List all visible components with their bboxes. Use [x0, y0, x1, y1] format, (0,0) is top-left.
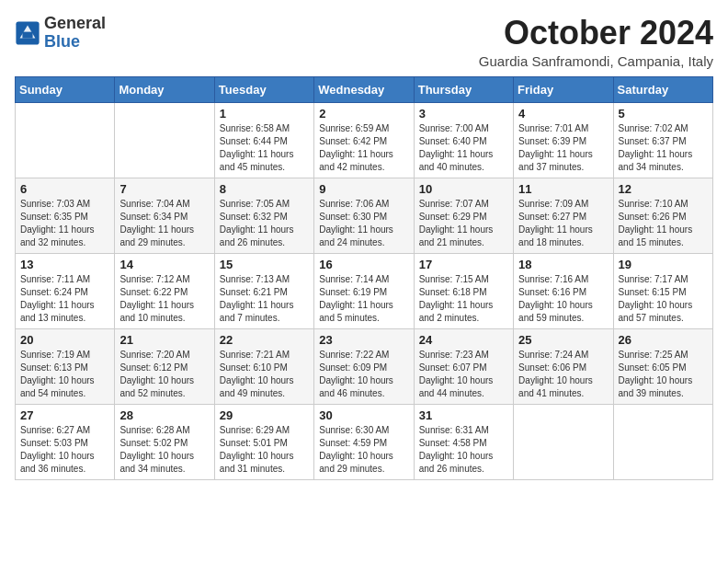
weekday-header: Wednesday	[314, 76, 414, 102]
day-number: 22	[220, 333, 309, 347]
calendar-cell: 11 Sunrise: 7:09 AM Sunset: 6:27 PM Dayl…	[514, 178, 613, 253]
sunrise-text: Sunrise: 7:04 AM	[119, 199, 189, 209]
sunset-text: Sunset: 6:21 PM	[220, 287, 288, 297]
day-number: 27	[20, 408, 109, 422]
day-info: Sunrise: 7:14 AM Sunset: 6:19 PM Dayligh…	[319, 273, 408, 325]
day-info: Sunrise: 7:19 AM Sunset: 6:13 PM Dayligh…	[20, 349, 109, 400]
calendar-cell: 1 Sunrise: 6:58 AM Sunset: 6:44 PM Dayli…	[214, 102, 313, 178]
sunset-text: Sunset: 6:22 PM	[119, 287, 188, 297]
sunrise-text: Sunrise: 7:09 AM	[518, 199, 588, 209]
calendar-cell: 23 Sunrise: 7:22 AM Sunset: 6:09 PM Dayl…	[314, 328, 414, 404]
sunrise-text: Sunrise: 7:00 AM	[419, 123, 489, 133]
day-info: Sunrise: 6:31 AM Sunset: 4:58 PM Dayligh…	[419, 424, 508, 476]
daylight-text: Daylight: 10 hours and 59 minutes.	[518, 300, 593, 323]
calendar-cell: 10 Sunrise: 7:07 AM Sunset: 6:29 PM Dayl…	[414, 178, 513, 253]
day-number: 30	[319, 408, 408, 422]
logo-icon	[15, 20, 40, 46]
calendar-week-row: 27 Sunrise: 6:27 AM Sunset: 5:03 PM Dayl…	[16, 404, 713, 479]
weekday-header: Friday	[514, 76, 613, 102]
calendar-week-row: 20 Sunrise: 7:19 AM Sunset: 6:13 PM Dayl…	[16, 328, 713, 404]
sunset-text: Sunset: 6:37 PM	[619, 136, 687, 146]
day-info: Sunrise: 7:11 AM Sunset: 6:24 PM Dayligh…	[20, 273, 109, 325]
sunrise-text: Sunrise: 7:02 AM	[619, 123, 688, 133]
logo-general-text: General	[44, 14, 106, 32]
sunrise-text: Sunrise: 7:20 AM	[119, 350, 189, 360]
day-info: Sunrise: 6:58 AM Sunset: 6:44 PM Dayligh…	[220, 122, 309, 174]
daylight-text: Daylight: 10 hours and 57 minutes.	[619, 300, 693, 323]
day-info: Sunrise: 7:02 AM Sunset: 6:37 PM Dayligh…	[619, 122, 708, 174]
calendar-week-row: 1 Sunrise: 6:58 AM Sunset: 6:44 PM Dayli…	[16, 102, 713, 178]
daylight-text: Daylight: 11 hours and 37 minutes.	[518, 149, 593, 172]
sunset-text: Sunset: 6:39 PM	[518, 136, 586, 146]
location-subtitle: Guardia Sanframondi, Campania, Italy	[479, 53, 713, 69]
weekday-header: Thursday	[414, 76, 513, 102]
sunset-text: Sunset: 4:58 PM	[419, 438, 487, 448]
sunset-text: Sunset: 6:29 PM	[419, 212, 487, 222]
weekday-header-row: SundayMondayTuesdayWednesdayThursdayFrid…	[16, 76, 713, 102]
sunset-text: Sunset: 6:13 PM	[20, 362, 88, 373]
daylight-text: Daylight: 11 hours and 42 minutes.	[319, 149, 393, 172]
day-info: Sunrise: 7:10 AM Sunset: 6:26 PM Dayligh…	[619, 198, 708, 249]
sunrise-text: Sunrise: 7:07 AM	[419, 199, 489, 209]
title-area: October 2024 Guardia Sanframondi, Campan…	[479, 15, 713, 69]
day-info: Sunrise: 7:12 AM Sunset: 6:22 PM Dayligh…	[119, 273, 209, 325]
sunrise-text: Sunrise: 7:24 AM	[518, 350, 588, 360]
sunrise-text: Sunrise: 7:14 AM	[319, 274, 389, 284]
sunrise-text: Sunrise: 6:30 AM	[319, 425, 389, 435]
day-info: Sunrise: 7:09 AM Sunset: 6:27 PM Dayligh…	[518, 198, 608, 249]
calendar-cell: 5 Sunrise: 7:02 AM Sunset: 6:37 PM Dayli…	[613, 102, 712, 178]
daylight-text: Daylight: 10 hours and 52 minutes.	[119, 375, 194, 398]
day-number: 25	[518, 333, 608, 347]
day-number: 10	[419, 182, 508, 196]
day-number: 23	[319, 333, 408, 347]
daylight-text: Daylight: 10 hours and 29 minutes.	[319, 451, 393, 474]
day-info: Sunrise: 7:04 AM Sunset: 6:34 PM Dayligh…	[119, 198, 209, 249]
calendar-cell: 6 Sunrise: 7:03 AM Sunset: 6:35 PM Dayli…	[16, 178, 115, 253]
calendar-week-row: 13 Sunrise: 7:11 AM Sunset: 6:24 PM Dayl…	[16, 253, 713, 328]
calendar-cell: 12 Sunrise: 7:10 AM Sunset: 6:26 PM Dayl…	[613, 178, 712, 253]
day-number: 11	[518, 182, 608, 196]
sunrise-text: Sunrise: 7:21 AM	[220, 350, 290, 360]
sunset-text: Sunset: 6:10 PM	[220, 362, 288, 373]
sunrise-text: Sunrise: 7:13 AM	[220, 274, 290, 284]
day-number: 4	[518, 107, 608, 121]
sunrise-text: Sunrise: 7:17 AM	[619, 274, 688, 284]
day-info: Sunrise: 7:21 AM Sunset: 6:10 PM Dayligh…	[220, 349, 309, 400]
sunrise-text: Sunrise: 7:05 AM	[220, 199, 290, 209]
sunrise-text: Sunrise: 7:01 AM	[518, 123, 588, 133]
sunset-text: Sunset: 6:40 PM	[419, 136, 487, 146]
sunrise-text: Sunrise: 7:19 AM	[20, 350, 90, 360]
calendar-cell: 7 Sunrise: 7:04 AM Sunset: 6:34 PM Dayli…	[115, 178, 214, 253]
day-info: Sunrise: 7:16 AM Sunset: 6:16 PM Dayligh…	[518, 273, 608, 325]
calendar-cell: 18 Sunrise: 7:16 AM Sunset: 6:16 PM Dayl…	[514, 253, 613, 328]
calendar-cell: 31 Sunrise: 6:31 AM Sunset: 4:58 PM Dayl…	[414, 404, 513, 479]
calendar-cell: 27 Sunrise: 6:27 AM Sunset: 5:03 PM Dayl…	[16, 404, 115, 479]
day-number: 28	[119, 408, 209, 422]
sunset-text: Sunset: 6:19 PM	[319, 287, 387, 297]
sunrise-text: Sunrise: 6:27 AM	[20, 425, 90, 435]
svg-rect-2	[22, 31, 32, 38]
day-number: 18	[518, 258, 608, 271]
sunset-text: Sunset: 6:34 PM	[119, 212, 188, 222]
calendar-cell: 17 Sunrise: 7:15 AM Sunset: 6:18 PM Dayl…	[414, 253, 513, 328]
calendar-cell: 8 Sunrise: 7:05 AM Sunset: 6:32 PM Dayli…	[214, 178, 313, 253]
sunrise-text: Sunrise: 6:58 AM	[220, 123, 290, 133]
day-info: Sunrise: 7:17 AM Sunset: 6:15 PM Dayligh…	[619, 273, 708, 325]
sunset-text: Sunset: 6:05 PM	[619, 362, 687, 373]
daylight-text: Daylight: 11 hours and 5 minutes.	[319, 300, 393, 323]
calendar-cell: 24 Sunrise: 7:23 AM Sunset: 6:07 PM Dayl…	[414, 328, 513, 404]
daylight-text: Daylight: 11 hours and 45 minutes.	[220, 149, 294, 172]
day-number: 29	[220, 408, 309, 422]
sunset-text: Sunset: 6:07 PM	[419, 362, 487, 373]
day-number: 21	[119, 333, 209, 347]
day-number: 31	[419, 408, 508, 422]
weekday-header: Tuesday	[214, 76, 313, 102]
daylight-text: Daylight: 11 hours and 15 minutes.	[619, 224, 693, 247]
calendar-cell	[115, 102, 214, 178]
day-info: Sunrise: 7:03 AM Sunset: 6:35 PM Dayligh…	[20, 198, 109, 249]
month-title: October 2024	[479, 15, 713, 52]
calendar-cell: 2 Sunrise: 6:59 AM Sunset: 6:42 PM Dayli…	[314, 102, 414, 178]
calendar-cell: 30 Sunrise: 6:30 AM Sunset: 4:59 PM Dayl…	[314, 404, 414, 479]
day-number: 16	[319, 258, 408, 271]
sunset-text: Sunset: 6:06 PM	[518, 362, 586, 373]
